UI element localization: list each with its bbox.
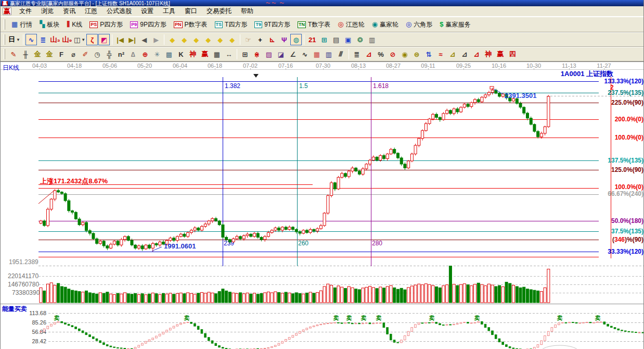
menu-item-4[interactable]: 公式选股 <box>102 6 136 17</box>
tb3-button-10[interactable]: ∆ <box>127 48 139 60</box>
tb3-button-33[interactable]: ⊘ <box>387 48 398 60</box>
tb3-button-15[interactable]: 神 <box>187 48 199 60</box>
tb3-button-7[interactable]: ◷ <box>92 48 103 60</box>
tb2-button-13[interactable]: ▶ <box>150 34 162 45</box>
tb3-button-1[interactable]: ╫ <box>20 48 31 60</box>
tb3-button-41[interactable]: 神 <box>483 48 494 60</box>
toolbar-button-行情[interactable]: ▦行情 <box>8 19 35 31</box>
tb2-button-23[interactable]: + <box>254 34 266 45</box>
tb3-button-30[interactable]: ≣ <box>351 48 363 60</box>
tb3-button-6[interactable]: ✐ <box>80 48 91 60</box>
menu-item-2[interactable]: 资讯 <box>58 6 80 17</box>
tb2-button-15[interactable]: ◆ <box>166 34 178 45</box>
toolbar-button-江恩轮[interactable]: ◎江恩轮 <box>334 19 367 31</box>
tb3-button-43[interactable]: 四 <box>507 48 518 60</box>
tb2-button-2[interactable]: ∿ <box>25 34 37 45</box>
tb2-button-32[interactable]: ❂ <box>354 34 366 45</box>
tb2-button-19[interactable]: ◆ <box>214 34 226 45</box>
tb2-button-6[interactable]: ◫▼ <box>73 34 86 45</box>
tb3-button-21[interactable]: ⋇ <box>251 48 263 60</box>
tb3-button-34[interactable]: ◉ <box>399 48 410 60</box>
toolbar-button-9P四方形[interactable]: P99P四方形 <box>127 19 170 31</box>
tb2-button-11[interactable]: ▶| <box>126 34 138 45</box>
menu-item-5[interactable]: 设置 <box>136 6 158 17</box>
tb2-button-18[interactable]: ◆ <box>202 34 214 45</box>
tb3-button-5[interactable]: ⌀ <box>68 48 79 60</box>
tb2-button-29[interactable]: ⊞ <box>318 34 330 45</box>
tb2-button-12[interactable]: ◀ <box>138 34 150 45</box>
tb2-button-3[interactable]: ≣ <box>37 34 49 45</box>
toolbar-button-T数字表[interactable]: TNT数字表 <box>294 19 333 31</box>
toolbar-button-P四方形[interactable]: PSP四方形 <box>86 19 126 31</box>
tb3-button-8[interactable]: ╬ <box>104 48 115 60</box>
tb2-button-26[interactable]: ◍ <box>290 34 302 45</box>
tb3-button-25[interactable]: ∿ <box>299 48 311 60</box>
toolbar-grip[interactable] <box>4 19 5 30</box>
tb3-button-27[interactable]: ▥ <box>323 48 334 60</box>
toolbar-button-P数字表[interactable]: PNP数字表 <box>171 19 211 31</box>
tb3-button-16[interactable]: 赢 <box>199 48 211 60</box>
tb3-button-26[interactable]: ▦ <box>311 48 323 60</box>
menu-item-9[interactable]: 帮助 <box>236 6 258 17</box>
tb3-button-13[interactable]: ▩ <box>163 48 175 60</box>
tb3-button-18[interactable]: ↔ <box>223 48 235 60</box>
toolbar-button-板块[interactable]: ▚板块 <box>36 19 62 31</box>
tb3-button-39[interactable]: ⊿ <box>459 48 470 60</box>
tb3-button-9[interactable]: n² <box>115 48 127 60</box>
menu-item-1[interactable]: 浏览 <box>36 6 58 17</box>
tb2-button-4[interactable]: 山₃ <box>49 34 61 45</box>
tb3-button-31[interactable]: ⊿ <box>363 48 375 60</box>
dropdown-arrow-icon[interactable]: ▼ <box>16 38 20 42</box>
chart-region[interactable]: 04-0304-1805-0605-2006-0406-1807-0207-16… <box>1 61 644 349</box>
tb3-button-37[interactable]: ≈ <box>435 48 446 60</box>
tb2-button-33[interactable]: ▥ <box>366 34 378 45</box>
tb3-button-14[interactable]: K <box>175 48 187 60</box>
tb3-button-23[interactable]: ◪ <box>275 48 287 60</box>
menu-item-8[interactable]: 交易委托 <box>202 6 236 17</box>
chart-canvas[interactable]: 04-0304-1805-0605-2006-0406-1807-0207-16… <box>1 62 644 349</box>
tb3-button-42[interactable]: 赢 <box>495 48 506 60</box>
toolbar-grip[interactable] <box>4 49 5 59</box>
tb3-button-40[interactable]: ⊿ <box>471 48 482 60</box>
tb3-button-36[interactable]: ⇅ <box>423 48 434 60</box>
tb3-button-38[interactable]: ⊿ <box>447 48 458 60</box>
tb3-button-3[interactable]: 金 <box>44 48 55 60</box>
tb3-button-32[interactable]: % <box>375 48 387 60</box>
tb2-button-22[interactable]: ☞ <box>242 34 254 45</box>
menu-item-7[interactable]: 窗口 <box>180 6 202 17</box>
tb3-button-22[interactable]: ▨ <box>263 48 275 60</box>
tb2-button-20[interactable]: ◆ <box>226 34 238 45</box>
toolbar-button-K线[interactable]: ⫼K线 <box>63 19 85 31</box>
toolbar-button-赢家轮[interactable]: ◉赢家轮 <box>369 19 402 31</box>
tb3-button-35[interactable]: ⊜ <box>411 48 422 60</box>
menu-item-0[interactable]: 文件 <box>15 6 36 17</box>
tb2-button-16[interactable]: ◆ <box>178 34 190 45</box>
tb3-button-20[interactable]: ⊞ <box>239 48 251 60</box>
tb3-button-17[interactable]: ▦ <box>211 48 223 60</box>
tb3-button-12[interactable]: ✳ <box>151 48 163 60</box>
tb3-button-28[interactable]: ⫻ <box>335 48 346 60</box>
tb2-button-24[interactable]: ⊾ <box>266 34 278 45</box>
toolbar-button-赢家服务[interactable]: $赢家服务 <box>436 19 473 31</box>
toolbar-button-六角形[interactable]: ◎六角形 <box>403 19 435 31</box>
tb2-button-28[interactable]: 21 <box>306 34 318 45</box>
menu-item-6[interactable]: 工具 <box>158 6 180 17</box>
tb3-button-2[interactable]: 金 <box>32 48 43 60</box>
toolbar-grip[interactable] <box>4 34 5 45</box>
tb2-button-0[interactable]: 日▼ <box>8 34 21 45</box>
tb2-button-31[interactable]: ▣ <box>342 34 354 45</box>
tb3-button-11[interactable]: ⊕ <box>139 48 151 60</box>
tb3-button-4[interactable]: F <box>56 48 67 60</box>
tb2-button-8[interactable]: ◩ <box>98 34 110 45</box>
tb2-button-25[interactable]: Ψ <box>278 34 290 45</box>
tb3-button-0[interactable]: ✎ <box>8 48 19 60</box>
tb2-button-5[interactable]: 山₉ <box>61 34 73 45</box>
tb2-button-17[interactable]: ◆ <box>190 34 202 45</box>
dropdown-arrow-icon[interactable]: ▼ <box>81 38 85 42</box>
toolbar-button-9T四方形[interactable]: T99T四方形 <box>251 19 293 31</box>
tb3-button-24[interactable]: ∠ <box>287 48 299 60</box>
tb2-button-10[interactable]: |◀ <box>114 34 126 45</box>
toolbar-button-T四方形[interactable]: TST四方形 <box>212 19 251 31</box>
tb2-button-7[interactable]: ζ <box>86 34 98 45</box>
menu-item-3[interactable]: 江恩 <box>80 6 102 17</box>
